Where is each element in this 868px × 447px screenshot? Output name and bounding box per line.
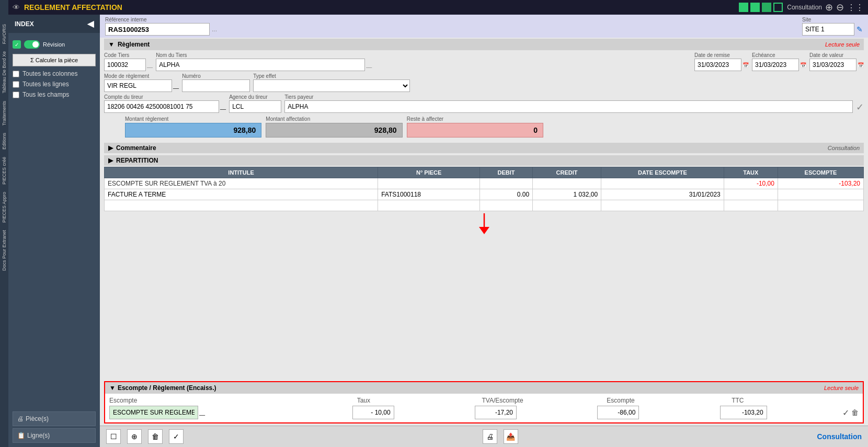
row0-credit xyxy=(533,178,601,189)
compte-tireur-input[interactable] xyxy=(104,100,219,113)
repartition-header[interactable]: ▶ REPARTITION xyxy=(104,155,864,166)
montant-reglement-value: 928,80 xyxy=(125,123,261,137)
nav-tableau-de-bord[interactable]: Tableau De Bord Xe xyxy=(2,48,7,97)
escompte-name-input[interactable] xyxy=(109,406,198,419)
tb-export-btn[interactable]: 📤 xyxy=(504,429,518,444)
date-valeur-cal[interactable]: 📅 xyxy=(858,62,864,68)
tva-escompte-input[interactable] xyxy=(475,406,517,419)
escompte-check-icon[interactable]: ✓ xyxy=(842,408,849,418)
table-row[interactable] xyxy=(105,200,864,211)
tb-delete-btn[interactable]: 🗑 xyxy=(148,429,163,444)
date-valeur-input[interactable] xyxy=(809,59,856,71)
row2-taux xyxy=(724,200,778,211)
escompte2-value-input[interactable] xyxy=(597,406,639,419)
escompte-col-label: Escompte xyxy=(109,397,355,404)
col-escompte: ESCOMPTE xyxy=(778,167,863,178)
table-row[interactable]: FACTURE A TERME FATS1000118 0.00 1 032,0… xyxy=(105,189,864,200)
tb-check-btn[interactable]: ✓ xyxy=(169,429,184,444)
grid-icon[interactable]: ⋮⋮ xyxy=(847,3,864,13)
collapse-arrow[interactable]: ◀ xyxy=(87,19,94,29)
code-tiers-input[interactable] xyxy=(104,59,146,71)
ref-interne-input[interactable] xyxy=(105,23,210,36)
nav-pieces-appro[interactable]: PIECES Appro xyxy=(2,189,7,226)
nav-pieces-cree[interactable]: PIECES créé xyxy=(2,154,7,188)
reglement-arrow: ▼ xyxy=(108,41,115,48)
col-date-escompte: DATE ESCOMPTE xyxy=(601,167,724,178)
tb-add-btn[interactable]: ⊕ xyxy=(127,429,142,444)
date-remise-cal[interactable]: 📅 xyxy=(743,62,749,68)
commentaire-section: ▶ Commentaire Consultation xyxy=(100,142,868,154)
echeance-cal[interactable]: 📅 xyxy=(800,62,806,68)
site-edit-icon[interactable]: ✎ xyxy=(856,25,863,33)
reglement-header[interactable]: ▼ Règlement Lecture seule xyxy=(104,39,864,50)
date-remise-input[interactable] xyxy=(694,59,741,71)
nom-tiers-dots[interactable]: __ xyxy=(366,62,372,68)
escompte-trash-icon[interactable]: 🗑 xyxy=(851,408,859,417)
code-tiers-label: Code Tiers xyxy=(104,52,153,58)
nav-editions[interactable]: Editions xyxy=(2,130,7,153)
date-remise-label: Date de remise xyxy=(694,52,749,58)
escompte-content: Escompte Taux TVA/Escompte Escompte TTC xyxy=(105,394,863,422)
index-label: INDEX xyxy=(15,20,34,28)
all-lines-checkbox[interactable] xyxy=(13,81,19,88)
nav-docs-extranet[interactable]: Docs Pour Extranet xyxy=(2,227,7,274)
all-cols-checkbox[interactable] xyxy=(13,71,19,77)
all-fields-checkbox[interactable] xyxy=(13,91,19,98)
revision-checkbox[interactable]: ✓ xyxy=(13,40,21,49)
type-effet-select[interactable] xyxy=(253,79,410,92)
montant-reglement-label: Montant règlement xyxy=(125,116,261,122)
vertical-nav-strip: FAVORIS Tableau De Bord Xe Traitements E… xyxy=(0,0,8,447)
status-squares xyxy=(739,3,783,12)
escompte-header-label: Escompte / Règlement (Encaiss.) xyxy=(118,384,216,392)
check-icon[interactable]: ✓ xyxy=(856,101,864,113)
ref-dots[interactable]: ... xyxy=(212,26,217,33)
row0-intitule: ESCOMPTE SUR REGLEMENT TVA à 20 xyxy=(105,178,378,189)
pieces-icon: 🖨 xyxy=(17,415,24,422)
row1-escompte xyxy=(778,189,863,200)
lignes-button[interactable]: 📋 Ligne(s) xyxy=(13,428,96,443)
sq2 xyxy=(750,3,760,12)
compte-dots[interactable]: __ xyxy=(220,104,226,110)
nav-favoris[interactable]: FAVORIS xyxy=(2,21,7,47)
montant-affectation-label: Montant affectation xyxy=(266,116,402,122)
code-tiers-dots[interactable]: __ xyxy=(147,62,153,68)
reste-affecter-group: Reste à affecter 0 xyxy=(407,116,543,137)
add-icon[interactable]: ⊕ xyxy=(825,2,833,13)
repartition-table: INTITULE N° PIECE DEBIT CREDIT DATE ESCO… xyxy=(104,167,864,211)
site-input[interactable] xyxy=(802,23,854,36)
revision-bar: ✓ Révision xyxy=(8,37,100,52)
nom-tiers-input[interactable] xyxy=(156,59,365,71)
site-label: Site xyxy=(802,17,863,22)
escompte-input-dots[interactable]: __ xyxy=(199,410,205,416)
ttc-value-input[interactable] xyxy=(720,406,767,419)
table-row[interactable]: ESCOMPTE SUR REGLEMENT TVA à 20 -10,00 -… xyxy=(105,178,864,189)
mode-reglement-input[interactable] xyxy=(104,79,172,92)
revision-toggle[interactable] xyxy=(24,40,40,49)
tb-square-btn[interactable]: ☐ xyxy=(106,429,121,444)
agence-tireur-input[interactable] xyxy=(229,100,281,113)
taux-value-input[interactable] xyxy=(352,406,394,419)
nav-traitements[interactable]: Traitements xyxy=(2,98,7,129)
row1-credit: 1 032,00 xyxy=(533,189,601,200)
row2-intitule xyxy=(105,200,378,211)
escompte-header[interactable]: ▼ Escompte / Règlement (Encaiss.) Lectur… xyxy=(105,382,863,394)
all-lines-row: Toutes les lignes xyxy=(8,79,100,89)
numero-input[interactable] xyxy=(182,79,250,92)
commentaire-label: Commentaire xyxy=(116,144,156,152)
tb-print-btn[interactable]: 🖨 xyxy=(483,429,497,444)
col-credit: CREDIT xyxy=(533,167,601,178)
mode-dots[interactable]: __ xyxy=(173,83,179,89)
tiers-payeur-group: Tiers payeur xyxy=(284,94,853,113)
arrow-container xyxy=(104,211,864,236)
echeance-input[interactable] xyxy=(752,59,799,71)
svg-marker-1 xyxy=(479,227,489,234)
commentaire-header[interactable]: ▶ Commentaire Consultation xyxy=(104,143,864,153)
reste-affecter-value: 0 xyxy=(407,123,543,137)
commentaire-arrow: ▶ xyxy=(108,144,113,152)
escompte-section: ▼ Escompte / Règlement (Encaiss.) Lectur… xyxy=(104,381,864,423)
tiers-payeur-input[interactable] xyxy=(284,100,853,113)
pieces-button[interactable]: 🖨 Pièce(s) xyxy=(13,411,96,426)
bottom-buttons: 🖨 Pièce(s) 📋 Ligne(s) xyxy=(8,407,100,447)
minus-icon[interactable]: ⊖ xyxy=(836,2,844,13)
calc-button[interactable]: Σ Calculer la pièce xyxy=(13,54,96,66)
